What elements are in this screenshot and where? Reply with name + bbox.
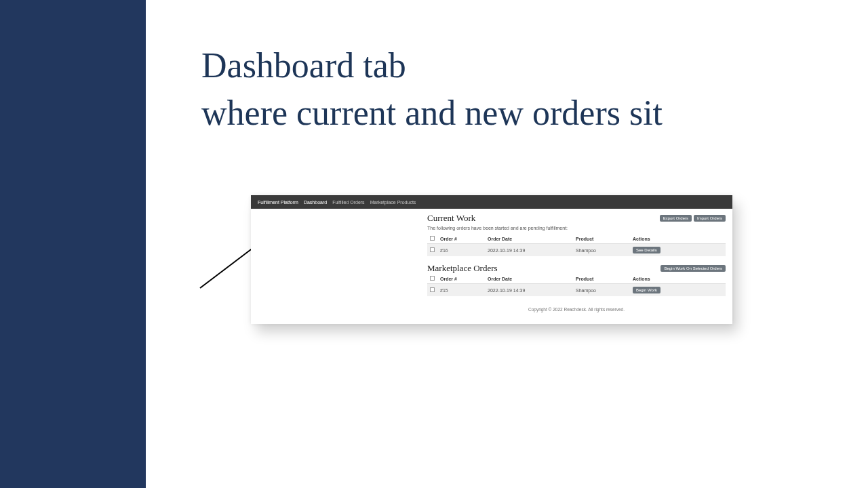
table-header-row: Order # Order Date Product Actions — [427, 274, 726, 284]
col-actions: Actions — [630, 234, 726, 244]
begin-work-selected-button[interactable]: Begin Work On Selected Orders — [660, 265, 726, 272]
see-details-button[interactable]: See Details — [633, 247, 660, 253]
col-product: Product — [573, 234, 630, 244]
marketplace-orders-table: Order # Order Date Product Actions #15 2… — [427, 274, 726, 296]
table-header-row: Order # Order Date Product Actions — [427, 234, 726, 244]
slide: Dashboard tab where current and new orde… — [0, 0, 868, 488]
table-row: #16 2022-10-19 14:39 Shampoo See Details — [427, 244, 726, 257]
nav-brand: Fulfillment Platform — [258, 200, 298, 205]
cell-product: Shampoo — [573, 284, 630, 297]
app-screenshot: Fulfillment Platform Dashboard Fulfilled… — [251, 195, 732, 324]
col-order: Order # — [437, 234, 485, 244]
slide-title: Dashboard tab where current and new orde… — [201, 42, 663, 137]
cell-product: Shampoo — [573, 244, 630, 257]
nav-link-marketplace-products[interactable]: Marketplace Products — [370, 200, 416, 205]
cell-date: 2022-10-19 14:39 — [485, 284, 573, 297]
col-actions: Actions — [630, 274, 726, 284]
export-orders-button[interactable]: Export Orders — [660, 215, 692, 222]
import-orders-button[interactable]: Import Orders — [694, 215, 726, 222]
footer-copyright: Copyright © 2022 Reachdesk. All rights r… — [427, 303, 726, 317]
col-date: Order Date — [485, 274, 573, 284]
marketplace-orders-title: Marketplace Orders — [427, 263, 498, 274]
table-row: #15 2022-10-19 14:39 Shampoo Begin Work — [427, 284, 726, 297]
cell-date: 2022-10-19 14:39 — [485, 244, 573, 257]
title-line-2: where current and new orders sit — [201, 94, 663, 132]
row-checkbox[interactable] — [430, 247, 435, 252]
title-line-1: Dashboard tab — [201, 46, 406, 85]
cell-order: #16 — [437, 244, 485, 257]
col-date: Order Date — [485, 234, 573, 244]
select-all-checkbox[interactable] — [430, 276, 435, 281]
left-accent-band — [0, 0, 146, 488]
current-work-subtitle: The following orders have been started a… — [427, 226, 726, 230]
col-order: Order # — [437, 274, 485, 284]
select-all-checkbox[interactable] — [430, 236, 435, 241]
nav-link-fulfilled-orders[interactable]: Fulfilled Orders — [332, 200, 364, 205]
marketplace-orders-section: Marketplace Orders Begin Work On Selecte… — [427, 263, 726, 296]
current-work-title: Current Work — [427, 213, 475, 224]
current-work-section: Current Work Export Orders Import Orders… — [427, 213, 726, 256]
current-work-table: Order # Order Date Product Actions #16 2… — [427, 234, 726, 256]
app-body: Current Work Export Orders Import Orders… — [251, 209, 732, 324]
begin-work-button[interactable]: Begin Work — [633, 287, 660, 293]
top-nav: Fulfillment Platform Dashboard Fulfilled… — [251, 195, 732, 209]
cell-order: #15 — [437, 284, 485, 297]
nav-link-dashboard[interactable]: Dashboard — [304, 200, 327, 205]
row-checkbox[interactable] — [430, 287, 435, 292]
col-product: Product — [573, 274, 630, 284]
